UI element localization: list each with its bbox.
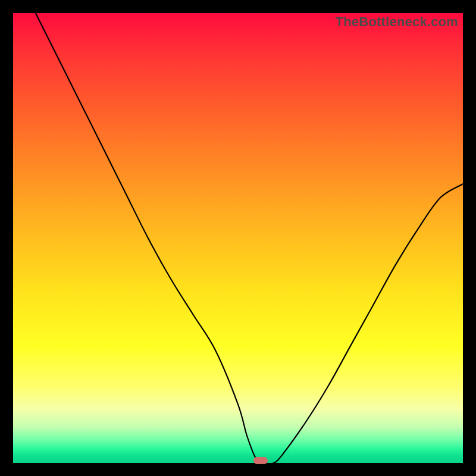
chart-frame: TheBottleneck.com (0, 0, 476, 476)
curve-path (36, 13, 463, 464)
plot-area: TheBottleneck.com (13, 13, 463, 463)
watermark-text: TheBottleneck.com (336, 14, 458, 30)
bottleneck-curve (13, 13, 463, 463)
min-marker (253, 457, 268, 464)
